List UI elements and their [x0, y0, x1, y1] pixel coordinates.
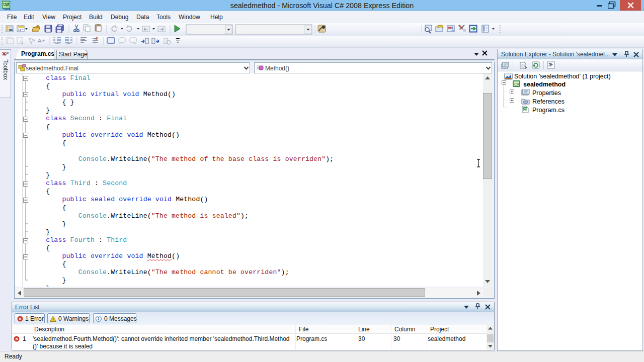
svg-text:C#: C#	[514, 82, 520, 86]
svg-text:A: A	[38, 38, 42, 44]
svg-text:C#: C#	[524, 108, 528, 111]
